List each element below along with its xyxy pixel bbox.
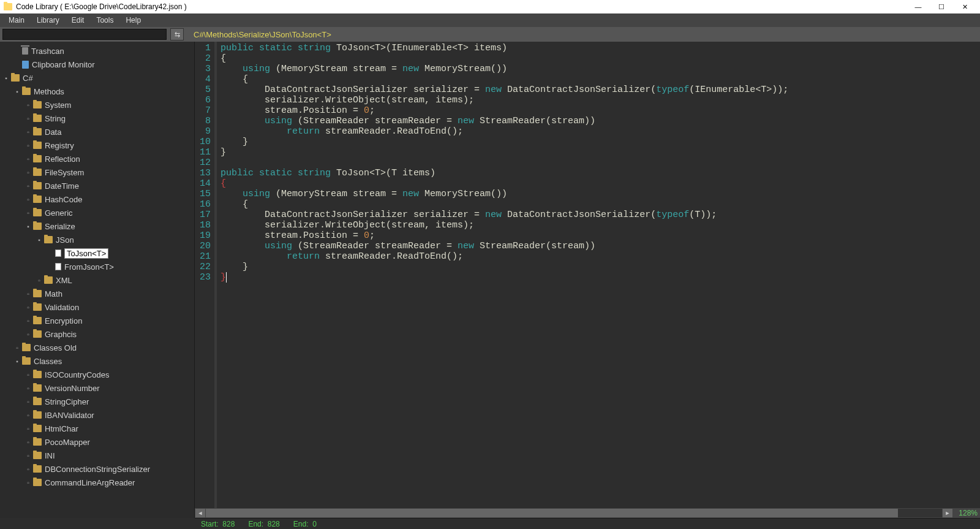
tree-folder[interactable]: ▫INI [0, 449, 194, 462]
expander-icon[interactable]: ▪ [24, 223, 32, 230]
menubar: Main Library Edit Tools Help [0, 13, 980, 27]
tree-folder[interactable]: ▫IBANValidator [0, 408, 194, 422]
close-button[interactable]: ✕ [953, 3, 976, 11]
menu-edit[interactable]: Edit [66, 14, 91, 26]
status-start-value: 828 [222, 520, 235, 528]
menu-help[interactable]: Help [119, 14, 147, 26]
expander-icon[interactable]: ▪ [36, 237, 43, 243]
menu-tools[interactable]: Tools [90, 14, 119, 26]
folder-icon [33, 452, 42, 459]
tree-folder[interactable]: ▫XML [0, 273, 194, 287]
tree-label: Classes [34, 357, 62, 366]
tree-folder[interactable]: ▫Classes Old [0, 341, 194, 354]
expander-icon[interactable]: ▫ [24, 425, 32, 432]
expander-icon[interactable]: ▫ [24, 371, 32, 378]
tree-folder[interactable]: ▫DateTime [0, 179, 194, 192]
folder-icon [33, 438, 42, 446]
expander-icon[interactable]: ▫ [24, 142, 32, 149]
code-editor[interactable]: public static string ToJson<T>(IEnumerab… [217, 42, 980, 508]
tree-folder[interactable]: ▫Generic [0, 206, 194, 219]
expander-icon[interactable]: ▫ [24, 466, 32, 473]
toolbar-button[interactable]: ⇆ [170, 28, 184, 40]
menu-main[interactable]: Main [2, 14, 31, 26]
maximize-button[interactable]: ☐ [930, 3, 953, 11]
tree-label: DateTime [45, 181, 79, 191]
tree-folder[interactable]: ▫DBConnectionStringSerializer [0, 462, 194, 476]
expander-icon[interactable]: ▫ [24, 196, 32, 203]
tree-label: ISOCountryCodes [45, 370, 110, 379]
tree-label: Encryption [45, 316, 82, 325]
folder-icon [33, 128, 42, 135]
scroll-right-button[interactable]: ► [943, 509, 952, 517]
tree-folder[interactable]: ▫Graphcis [0, 327, 194, 341]
expander-icon[interactable]: ▫ [24, 304, 32, 311]
tree-folder[interactable]: ▫FileSystem [0, 166, 194, 179]
tree-label: Generic [45, 208, 73, 218]
tree-folder[interactable]: ▪Classes [0, 354, 194, 368]
expander-icon[interactable]: ▫ [24, 156, 32, 162]
window-titlebar: Code Library ( E:\Google Drive\CodeLibra… [0, 0, 980, 13]
expander-icon[interactable]: ▫ [24, 331, 32, 338]
tree-label: Methods [34, 87, 64, 96]
tree-label: StringCipher [45, 397, 89, 406]
tree-folder[interactable]: ▪JSon [0, 233, 194, 246]
sidebar[interactable]: TrashcanClipboard Monitor▪C#▪Methods▫Sys… [0, 42, 195, 518]
scroll-left-button[interactable]: ◄ [195, 509, 205, 517]
expander-icon[interactable]: ▫ [24, 452, 32, 459]
toolbar: ⇆ C#\Methods\Serialize\JSon\ToJson<T> [0, 27, 980, 42]
expander-icon[interactable]: ▪ [13, 358, 21, 365]
status-end-value: 828 [268, 520, 280, 528]
tree-folder[interactable]: ▫StringCipher [0, 395, 194, 408]
folder-icon [33, 155, 42, 162]
expander-icon[interactable]: ▫ [13, 344, 21, 351]
tree-folder[interactable]: ▫String [0, 112, 194, 125]
expander-icon[interactable]: ▫ [24, 412, 32, 419]
tree-label: FileSystem [45, 168, 84, 177]
tree-folder[interactable]: ▫PocoMapper [0, 435, 194, 449]
expander-icon[interactable]: ▪ [2, 75, 10, 82]
expander-icon[interactable]: ▫ [24, 385, 32, 392]
expander-icon[interactable]: ▫ [36, 277, 43, 284]
tree-folder[interactable]: ▪C# [0, 71, 194, 85]
tree-folder[interactable]: ▪Serialize [0, 219, 194, 233]
expander-icon[interactable]: ▫ [24, 102, 32, 108]
tree-folder[interactable]: ▫HashCode [0, 192, 194, 206]
tree-folder[interactable]: ▫System [0, 98, 194, 112]
expander-icon[interactable]: ▫ [24, 115, 32, 122]
menu-library[interactable]: Library [31, 14, 66, 26]
tree-folder[interactable]: ▫Registry [0, 139, 194, 152]
tree-folder[interactable]: ▫Data [0, 125, 194, 139]
expander-icon[interactable]: ▫ [24, 129, 32, 135]
tree-folder[interactable]: Clipboard Monitor [0, 58, 194, 71]
tree-folder[interactable]: ▫Encryption [0, 314, 194, 327]
horizontal-scrollbar[interactable]: ◄ ► 128% [195, 508, 980, 518]
search-input[interactable] [2, 29, 167, 40]
tree-folder[interactable]: ▫Reflection [0, 152, 194, 166]
expander-icon[interactable]: ▫ [24, 210, 32, 216]
expander-icon[interactable]: ▫ [24, 169, 32, 176]
scroll-thumb[interactable] [206, 509, 898, 517]
expander-icon[interactable]: ▪ [13, 88, 21, 95]
scroll-track[interactable] [206, 509, 942, 517]
expander-icon[interactable]: ▫ [24, 318, 32, 324]
zoom-level: 128% [953, 509, 980, 517]
tree-folder[interactable]: ▫VersionNumber [0, 381, 194, 395]
expander-icon[interactable]: ▫ [24, 183, 32, 189]
expander-icon[interactable]: ▫ [24, 398, 32, 405]
tree-folder[interactable]: ▫HtmlChar [0, 422, 194, 435]
tree-label: FromJson<T> [64, 262, 114, 272]
expander-icon[interactable]: ▫ [24, 439, 32, 446]
tree-folder[interactable]: ▫ISOCountryCodes [0, 368, 194, 381]
tree-folder[interactable]: ▪Methods [0, 85, 194, 98]
folder-icon [44, 276, 53, 284]
expander-icon[interactable]: ▫ [24, 291, 32, 297]
expander-icon[interactable]: ▫ [24, 479, 32, 486]
tree-folder[interactable]: ▫CommandLineArgReader [0, 476, 194, 489]
minimize-button[interactable]: — [907, 3, 930, 10]
tree-folder[interactable]: ▫Validation [0, 300, 194, 314]
tree-file[interactable]: FromJson<T> [0, 260, 194, 273]
tree-folder[interactable]: Trashcan [0, 44, 194, 58]
tree-folder[interactable]: ▫Math [0, 287, 194, 300]
tree-file[interactable]: ToJson<T> [0, 246, 194, 260]
tree-label: IBANValidator [45, 411, 94, 420]
